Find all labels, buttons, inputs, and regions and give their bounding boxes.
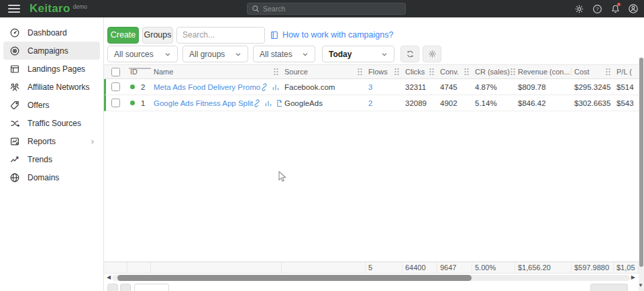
sources-filter-value: All sources [114, 50, 154, 59]
keitaro-app: Keitaro demo ? Das [0, 0, 644, 291]
campaigns-search-input[interactable] [182, 30, 259, 40]
refresh-button[interactable] [400, 46, 419, 62]
sidebar-item-dashboard[interactable]: Dashboard [3, 23, 100, 42]
scroll-down-arrow-icon[interactable]: ▼ [638, 282, 643, 288]
create-button[interactable]: Create [107, 27, 139, 44]
campaign-name-link[interactable]: Google Ads Fitness App Split [154, 99, 253, 107]
sources-filter-select[interactable]: All sources [107, 46, 178, 62]
campaign-name-link[interactable]: Meta Ads Food Delivery Promo [154, 83, 260, 91]
sort-indicator [129, 68, 151, 69]
states-filter-select[interactable]: All states [253, 46, 315, 62]
table-settings-button[interactable] [423, 46, 441, 62]
flows-link[interactable]: 3 [368, 83, 372, 91]
scroll-right-arrow-icon[interactable]: ▶ [630, 274, 635, 281]
settings-icon[interactable] [574, 3, 584, 14]
column-drag-handle-icon[interactable] [394, 68, 400, 76]
column-drag-handle-icon[interactable] [464, 68, 470, 76]
pagination-prev-button[interactable] [107, 284, 118, 291]
global-search[interactable] [247, 3, 406, 15]
header-cost[interactable]: Cost [572, 68, 614, 76]
chevron-down-icon [235, 51, 241, 58]
select-all-checkbox[interactable] [111, 68, 120, 76]
table-row[interactable]: 1 Google Ads Fitness App Split GoogleAds… [104, 95, 639, 111]
book-icon [270, 31, 278, 40]
header-cr-sales[interactable]: CR (sales) [472, 68, 515, 76]
cell-id: 1 [127, 99, 151, 107]
page-size-select[interactable] [134, 284, 169, 291]
gear-icon [428, 50, 437, 58]
header-id[interactable]: ID [127, 68, 151, 76]
vertical-scrollbar[interactable] [639, 58, 644, 291]
scroll-left-arrow-icon[interactable]: ◀ [107, 274, 112, 281]
chevron-down-icon [164, 51, 171, 58]
domains-icon [9, 172, 20, 183]
table-row[interactable]: 2 Meta Ads Food Delivery Promo Facebook.… [104, 79, 639, 95]
dashboard-icon [9, 27, 20, 38]
column-drag-handle-icon[interactable] [510, 68, 515, 76]
landings-pages-icon [9, 64, 20, 74]
campaign-link-icon[interactable] [260, 83, 268, 91]
cell-id: 2 [127, 83, 151, 91]
hscroll-thumb[interactable] [117, 275, 472, 281]
sidebar-item-landings-pages[interactable]: Landings Pages [3, 60, 100, 78]
row-checkbox[interactable] [111, 99, 120, 107]
campaign-link-icon[interactable] [253, 99, 261, 107]
hscroll-track[interactable] [112, 275, 630, 281]
sidebar-item-affiliate-networks[interactable]: Affiliate Networks [3, 78, 100, 96]
campaign-note-icon[interactable] [276, 99, 282, 107]
campaign-stats-icon[interactable] [272, 83, 280, 91]
groups-button[interactable]: Groups [142, 27, 173, 44]
header-clicks[interactable]: Clicks [402, 68, 437, 76]
menu-icon[interactable] [8, 5, 20, 13]
header-checkbox-cell [104, 68, 127, 76]
header-source[interactable]: Source [282, 68, 366, 76]
trends-icon [9, 154, 20, 165]
header-name[interactable]: Name [151, 68, 282, 76]
total-cr: 5.00% [472, 262, 515, 273]
pagination-next-button[interactable] [120, 284, 131, 291]
help-campaigns-link[interactable]: How to work with campaigns? [270, 30, 393, 40]
chevron-down-icon [381, 51, 388, 58]
svg-text:?: ? [596, 6, 599, 12]
column-drag-handle-icon[interactable] [429, 68, 435, 76]
column-drag-handle-icon[interactable] [273, 68, 279, 76]
sidebar-item-reports[interactable]: Reports › [3, 132, 100, 150]
column-drag-handle-icon[interactable] [605, 68, 611, 76]
sidebar-item-trends[interactable]: Trends [3, 150, 100, 168]
status-active-dot [130, 101, 135, 105]
cell-name: Meta Ads Food Delivery Promo [151, 83, 282, 91]
campaigns-search[interactable] [176, 27, 265, 44]
header-flows[interactable]: Flows [366, 68, 402, 76]
filters-row: All sources All groups All states Today [104, 46, 644, 63]
cell-conv: 4902 [437, 99, 472, 107]
campaign-stats-icon[interactable] [264, 99, 272, 107]
sidebar-item-label: Offers [28, 101, 49, 110]
header-revenue[interactable]: Revenue (con... [515, 68, 572, 76]
notifications-bell-icon[interactable] [610, 3, 621, 14]
header-conv[interactable]: Conv. [437, 68, 472, 76]
date-range-select[interactable]: Today [322, 46, 394, 62]
cell-source: Facebook.com [282, 83, 366, 91]
help-link-label: How to work with campaigns? [282, 30, 393, 40]
sidebar-item-domains[interactable]: Domains [3, 168, 100, 186]
states-filter-value: All states [260, 50, 292, 59]
flows-link[interactable]: 2 [368, 99, 372, 107]
pagination-action-button[interactable] [590, 284, 628, 291]
traffic-sources-icon [9, 118, 20, 129]
refresh-icon [406, 50, 415, 58]
column-drag-handle-icon[interactable] [357, 68, 363, 76]
help-icon[interactable]: ? [592, 3, 602, 14]
header-pl[interactable]: P/L ( [614, 68, 639, 76]
cell-source: GoogleAds [282, 99, 366, 107]
groups-filter-select[interactable]: All groups [182, 46, 248, 62]
row-checkbox[interactable] [111, 82, 120, 91]
sidebar-item-offers[interactable]: Offers [3, 96, 100, 114]
cell-conv: 4745 [437, 83, 472, 91]
sidebar-item-traffic-sources[interactable]: Traffic Sources [3, 114, 100, 132]
sidebar-item-campaigns[interactable]: Campaigns [3, 42, 100, 60]
vscroll-thumb[interactable] [639, 58, 643, 267]
logo-demo-badge: demo [73, 3, 87, 10]
cell-cost: $295.3245 [572, 83, 614, 91]
global-search-input[interactable] [263, 5, 401, 13]
user-account-icon[interactable] [628, 3, 639, 14]
